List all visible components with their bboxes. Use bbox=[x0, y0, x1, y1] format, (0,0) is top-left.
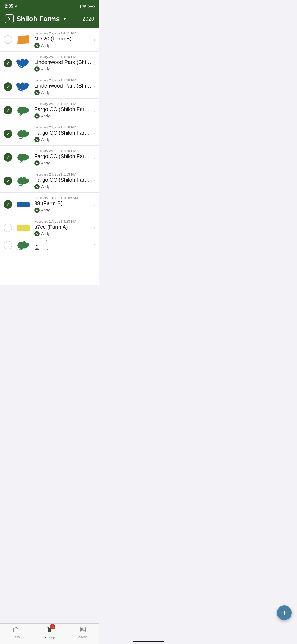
item-title: Fargo CC (Shiloh Farms) bbox=[34, 153, 92, 159]
check-circle[interactable] bbox=[4, 153, 12, 162]
header: Shiloh Farms ▾ 2020 bbox=[0, 12, 99, 28]
field-thumbnail bbox=[15, 240, 31, 250]
user-name: Andy bbox=[41, 114, 50, 118]
field-thumbnail bbox=[15, 104, 31, 117]
chevron-right-icon: › bbox=[94, 84, 95, 90]
back-icon[interactable] bbox=[5, 14, 14, 23]
item-info: February 24, 2021 1:21 PM Fargo CC (Shil… bbox=[34, 102, 92, 119]
scouting-list: February 25, 2021 4:11 PM ND 20 (Farm B)… bbox=[0, 28, 99, 285]
chevron-right-icon: › bbox=[94, 202, 95, 207]
item-user: A Andy bbox=[34, 208, 92, 213]
item-title: ND 20 (Farm B) bbox=[34, 36, 92, 42]
field-thumbnail bbox=[15, 151, 31, 164]
list-item[interactable]: February 24, 2021 1:16 PM Fargo CC (Shil… bbox=[0, 146, 99, 169]
user-name: Andy bbox=[41, 137, 50, 142]
item-user: A Andy bbox=[34, 43, 92, 48]
item-date: February 17, 2021 4:22 PM bbox=[34, 240, 92, 241]
item-user: A Andy bbox=[34, 248, 92, 251]
check-circle[interactable] bbox=[4, 241, 12, 249]
svg-rect-2 bbox=[17, 202, 30, 207]
item-user: A Andy bbox=[34, 113, 92, 119]
chevron-right-icon: › bbox=[94, 178, 95, 184]
user-avatar: A bbox=[34, 137, 40, 142]
check-circle[interactable] bbox=[4, 59, 12, 67]
user-avatar: A bbox=[34, 208, 40, 213]
item-title: Fargo CC (Shiloh Farms) bbox=[34, 106, 92, 112]
chevron-right-icon: › bbox=[94, 61, 95, 66]
chevron-right-icon: › bbox=[94, 242, 95, 248]
item-date: February 24, 2021 1:16 PM bbox=[34, 125, 92, 129]
item-date: February 24, 2021 1:13 PM bbox=[34, 172, 92, 176]
header-left[interactable]: Shiloh Farms ▾ bbox=[5, 14, 66, 23]
item-info: February 24, 2021 1:16 PM Fargo CC (Shil… bbox=[34, 125, 92, 142]
list-item[interactable]: February 25, 2021 4:10 PM Lindenwood Par… bbox=[0, 52, 99, 75]
check-circle[interactable] bbox=[4, 106, 12, 114]
svg-point-0 bbox=[84, 7, 85, 8]
list-item[interactable]: February 17, 2021 4:22 PM ... A Andy › bbox=[0, 240, 99, 250]
item-info: February 25, 2021 4:11 PM ND 20 (Farm B)… bbox=[34, 31, 92, 48]
item-title: 38 (Farm B) bbox=[34, 200, 92, 206]
item-title: ... bbox=[34, 241, 92, 247]
field-thumbnail bbox=[15, 127, 31, 140]
item-user: A Andy bbox=[34, 137, 92, 142]
chevron-right-icon: › bbox=[94, 155, 95, 160]
user-avatar: A bbox=[34, 43, 40, 48]
chevron-right-icon: › bbox=[94, 108, 95, 113]
item-title: Lindenwood Park (Shiloh ... bbox=[34, 83, 92, 89]
user-avatar: A bbox=[34, 113, 40, 119]
user-name: Andy bbox=[41, 161, 50, 165]
battery-icon bbox=[88, 5, 94, 8]
check-circle[interactable] bbox=[4, 35, 12, 44]
check-circle[interactable] bbox=[4, 82, 12, 91]
user-name: Andy bbox=[41, 249, 50, 251]
chevron-down-icon[interactable]: ▾ bbox=[64, 16, 66, 22]
farm-name: Shiloh Farms bbox=[16, 15, 60, 23]
list-item[interactable]: February 24, 2021 1:21 PM Fargo CC (Shil… bbox=[0, 99, 99, 122]
list-item[interactable]: February 17, 2021 4:23 PM a7ce (Farm A) … bbox=[0, 216, 99, 240]
user-name: Andy bbox=[41, 185, 50, 189]
list-item[interactable]: February 24, 2021 1:16 PM Fargo CC (Shil… bbox=[0, 122, 99, 146]
check-circle[interactable] bbox=[4, 177, 12, 185]
item-info: February 24, 2021 1:26 PM Lindenwood Par… bbox=[34, 78, 92, 95]
chevron-right-icon: › bbox=[94, 131, 95, 137]
field-thumbnail bbox=[15, 80, 31, 93]
check-circle[interactable] bbox=[4, 130, 12, 138]
list-item[interactable]: February 24, 2021 1:13 PM Fargo CC (Shil… bbox=[0, 169, 99, 193]
item-user: A Andy bbox=[34, 231, 92, 236]
item-info: February 24, 2021 1:13 PM Fargo CC (Shil… bbox=[34, 172, 92, 189]
item-date: February 17, 2021 4:23 PM bbox=[34, 219, 92, 223]
time-display: 2:35 bbox=[5, 4, 13, 9]
item-title: Fargo CC (Shiloh Farms) bbox=[34, 130, 92, 136]
user-name: Andy bbox=[41, 208, 50, 212]
wifi-icon bbox=[82, 4, 86, 8]
field-thumbnail bbox=[15, 57, 31, 70]
check-circle[interactable] bbox=[4, 224, 12, 232]
svg-marker-1 bbox=[17, 35, 29, 44]
item-date: February 24, 2021 1:26 PM bbox=[34, 78, 92, 82]
check-circle[interactable] bbox=[4, 200, 12, 209]
list-item[interactable]: February 19, 2021 10:08 AM 38 (Farm B) A… bbox=[0, 193, 99, 216]
item-user: A Andy bbox=[34, 90, 92, 95]
status-bar: 2:35 ↗ bbox=[0, 0, 99, 12]
user-avatar: A bbox=[34, 248, 40, 251]
list-item[interactable]: February 25, 2021 4:11 PM ND 20 (Farm B)… bbox=[0, 28, 99, 52]
user-avatar: A bbox=[34, 90, 40, 95]
user-name: Andy bbox=[41, 232, 50, 236]
svg-rect-3 bbox=[17, 225, 30, 231]
item-title: a7ce (Farm A) bbox=[34, 224, 92, 230]
chevron-right-icon: › bbox=[94, 225, 95, 231]
item-title: Lindenwood Park (Shiloh ... bbox=[34, 59, 92, 65]
item-date: February 24, 2021 1:21 PM bbox=[34, 102, 92, 106]
user-avatar: A bbox=[34, 184, 40, 189]
item-info: February 24, 2021 1:16 PM Fargo CC (Shil… bbox=[34, 149, 92, 166]
field-thumbnail bbox=[15, 33, 31, 46]
user-avatar: A bbox=[34, 66, 40, 72]
item-user: A Andy bbox=[34, 66, 92, 72]
field-thumbnail bbox=[15, 198, 31, 211]
year-display: 2020 bbox=[83, 16, 95, 22]
item-date: February 25, 2021 4:11 PM bbox=[34, 31, 92, 35]
user-name: Andy bbox=[41, 43, 50, 48]
item-user: A Andy bbox=[34, 160, 92, 166]
status-icons bbox=[77, 4, 94, 8]
list-item[interactable]: February 24, 2021 1:26 PM Lindenwood Par… bbox=[0, 75, 99, 99]
